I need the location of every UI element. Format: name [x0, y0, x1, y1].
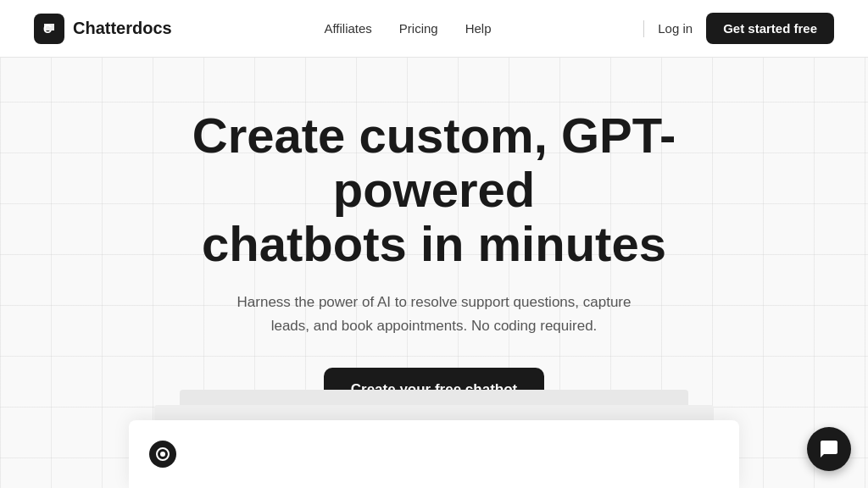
hero-title-line2: chatbots in minutes — [202, 216, 666, 271]
chat-bubble-button[interactable] — [807, 427, 851, 471]
hero-section: Create custom, GPT-powered chatbots in m… — [0, 58, 868, 435]
svg-text:C: C — [43, 22, 52, 36]
preview-logo-circle — [149, 441, 176, 468]
nav-divider — [643, 20, 644, 37]
login-link[interactable]: Log in — [658, 21, 693, 36]
preview-bar-top — [180, 390, 688, 405]
nav-links: Affiliates Pricing Help — [324, 21, 491, 36]
nav-help[interactable]: Help — [465, 21, 492, 36]
nav-affiliates[interactable]: Affiliates — [324, 21, 371, 36]
hero-title: Create custom, GPT-powered chatbots in m… — [137, 108, 731, 270]
logo[interactable]: C Chatterdocs — [34, 14, 172, 44]
hero-title-line1: Create custom, GPT-powered — [192, 108, 676, 217]
logo-wordmark: Chatterdocs — [73, 19, 172, 38]
get-started-button[interactable]: Get started free — [706, 13, 834, 44]
preview-area — [129, 390, 739, 488]
nav-actions: Log in Get started free — [643, 13, 834, 44]
preview-bar-mid — [154, 405, 714, 420]
navbar: C Chatterdocs Affiliates Pricing Help Lo… — [0, 0, 868, 58]
preview-main — [129, 420, 739, 488]
logo-icon: C — [34, 14, 64, 44]
hero-subtitle: Harness the power of AI to resolve suppo… — [222, 291, 646, 336]
svg-point-3 — [160, 452, 165, 457]
nav-pricing[interactable]: Pricing — [399, 21, 438, 36]
